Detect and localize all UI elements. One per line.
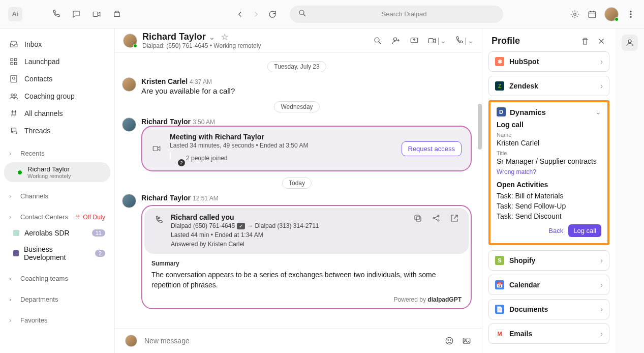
integration-dynamics-expanded: D Dynamics ⌄ Log call Name Kristen Carle… (488, 100, 609, 245)
sidebar-item-label: Coaching group (24, 92, 75, 100)
open-activities-heading: Open Activities (497, 181, 601, 189)
field-value: Kristen Carlel (497, 139, 601, 147)
star-icon[interactable]: ☆ (221, 32, 228, 42)
request-access-button[interactable]: Request access (402, 141, 462, 156)
meeting-subtitle: Lasted 34 minutes, 49 seconds • Ended at… (170, 142, 393, 149)
chevron-right-icon: › (600, 256, 603, 264)
video-call-menu[interactable]: |⌄ (427, 36, 447, 45)
call-duration: Lasted 44 min • Ended at 1:34 AM (171, 230, 406, 240)
fax-icon[interactable] (112, 9, 122, 19)
phone-icon[interactable] (51, 9, 61, 19)
sidebar-favorites[interactable]: ›Favorites (0, 312, 114, 328)
emoji-icon[interactable] (444, 336, 454, 346)
threads-icon (9, 126, 18, 135)
call-summary: Summary The conversation appears to be a… (142, 256, 471, 296)
delete-icon[interactable] (580, 36, 590, 46)
sidebar-coaching-teams[interactable]: ›Coaching teams (0, 271, 114, 286)
task-item: Task: Send Discount (497, 212, 601, 220)
integration-hubspot[interactable]: ✱ HubSpot › (488, 51, 609, 72)
sidebar-channels[interactable]: ›Channels (0, 188, 114, 204)
add-person-icon[interactable] (391, 36, 401, 46)
profile-rail-button[interactable] (622, 35, 638, 51)
meeting-participants: 2 2 people joined (170, 152, 393, 164)
wrong-match-link[interactable]: Wrong match? (497, 168, 536, 175)
sender-name: Richard Taylor (141, 117, 191, 126)
sender-avatar[interactable] (122, 117, 136, 132)
message-row: Richard Taylor12:51 AM Richard called yo… (122, 194, 472, 309)
right-rail (616, 28, 644, 353)
chevron-right-icon: › (600, 82, 603, 90)
sidebar-contacts[interactable]: Contacts (0, 70, 114, 87)
app-logo[interactable]: Ai (8, 7, 22, 21)
off-duty-indicator: Off Duty (75, 214, 105, 221)
global-search[interactable]: Search Dialpad (290, 6, 503, 23)
calendar-icon[interactable] (587, 9, 597, 19)
sidebar-bizdev[interactable]: Business Development 2 (0, 241, 114, 266)
user-avatar[interactable] (604, 7, 619, 21)
sidebar-threads[interactable]: Threads (0, 122, 114, 139)
more-icon[interactable] (626, 9, 636, 19)
message-input[interactable] (144, 337, 437, 345)
back-icon[interactable] (235, 9, 245, 19)
phone-incoming-icon (154, 215, 164, 225)
contact-avatar[interactable] (123, 34, 137, 48)
refresh-icon[interactable] (267, 9, 278, 19)
message-time: 12:51 AM (193, 195, 219, 202)
message-icon[interactable] (71, 9, 81, 19)
search-icon[interactable] (373, 36, 383, 46)
close-icon[interactable] (596, 36, 606, 46)
hash-icon (9, 109, 18, 118)
image-icon[interactable] (462, 336, 472, 346)
svg-point-16 (375, 38, 379, 42)
self-avatar (125, 335, 137, 347)
profile-panel: Profile ✱ HubSpot › Z Zendesk › D Dynami… (482, 28, 616, 353)
gmail-icon: M (495, 329, 504, 338)
svg-point-2 (299, 10, 304, 15)
sender-avatar[interactable] (122, 194, 136, 208)
integration-shopify[interactable]: S Shopify › (488, 250, 609, 271)
integration-emails[interactable]: M Emails › (488, 323, 609, 344)
svg-point-3 (574, 13, 576, 15)
chat-header: Richard Taylor⌄☆ Dialpad: (650) 761-4645… (115, 28, 482, 53)
sender-avatar[interactable] (122, 77, 136, 92)
video-icon[interactable] (91, 9, 102, 19)
chat-body[interactable]: Tuesday, July 23 Kristen Carlel4:37 AM A… (115, 53, 482, 328)
svg-rect-11 (15, 63, 17, 65)
chat-title[interactable]: Richard Taylor⌄☆ (142, 32, 261, 42)
integration-calendar[interactable]: 📅 Calendar › (488, 275, 609, 295)
sidebar-launchpad[interactable]: Launchpad (0, 53, 114, 70)
sidebar-contact-centers[interactable]: ›Contact Centers Off Duty (0, 209, 114, 225)
svg-rect-1 (114, 13, 120, 17)
sidebar-all-channels[interactable]: All channels (0, 105, 114, 122)
back-button[interactable]: Back (548, 227, 563, 234)
chat-pane: Richard Taylor⌄☆ Dialpad: (650) 761-4645… (115, 28, 482, 353)
sidebar-recents[interactable]: ›Recents (0, 145, 114, 161)
sidebar-inbox[interactable]: Inbox (0, 36, 114, 53)
sidebar-departments[interactable]: ›Departments (0, 291, 114, 307)
svg-rect-21 (416, 217, 421, 221)
chevron-down-icon[interactable]: ⌄ (595, 108, 601, 116)
sidebar-contact-richard[interactable]: Richard Taylor Working remotely (4, 162, 110, 182)
svg-rect-9 (15, 58, 17, 61)
call-card: Richard called you Dialpad (650) 761-464… (141, 205, 472, 309)
settings-icon[interactable] (570, 9, 580, 19)
open-external-icon[interactable] (449, 213, 459, 223)
svg-point-28 (450, 340, 451, 341)
log-call-button[interactable]: Log call (568, 224, 601, 237)
phone-call-menu[interactable]: |⌄ (454, 36, 474, 45)
task-item: Task: Send Follow-Up (497, 202, 601, 210)
share-icon[interactable] (431, 213, 441, 223)
svg-point-23 (433, 218, 435, 219)
sidebar-item-label: Threads (24, 127, 50, 135)
svg-rect-22 (415, 215, 419, 220)
forward-icon[interactable] (251, 9, 261, 19)
copy-icon[interactable] (413, 213, 423, 223)
svg-rect-20 (153, 146, 158, 151)
sidebar-coaching-group[interactable]: Coaching group (0, 87, 114, 105)
calendar-app-icon: 📅 (495, 280, 504, 289)
scrollbar[interactable] (478, 104, 482, 150)
sidebar-aerolabs[interactable]: Aerolabs SDR 11 (0, 225, 114, 241)
integration-zendesk[interactable]: Z Zendesk › (488, 76, 609, 96)
integration-documents[interactable]: 📄 Documents › (488, 299, 609, 319)
screen-share-icon[interactable] (409, 36, 419, 46)
